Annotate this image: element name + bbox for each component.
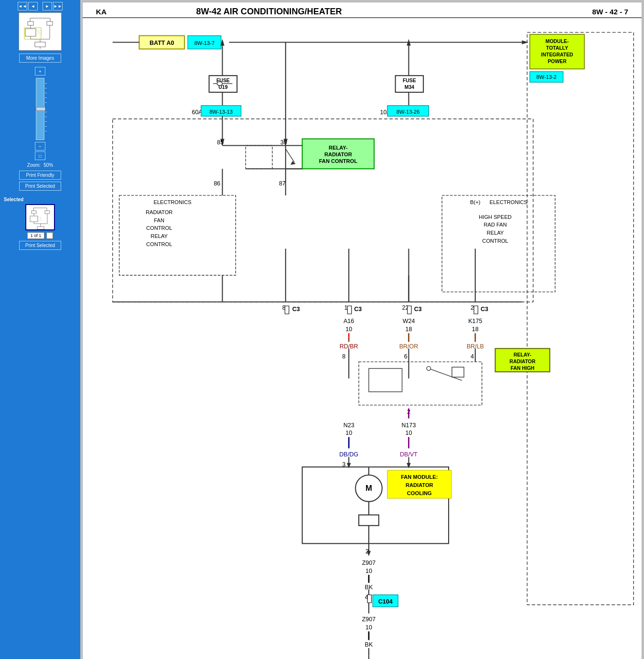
fuse-m34-label: FUSE: [403, 78, 416, 83]
zoom-track[interactable]: [36, 78, 44, 140]
svg-marker-82: [347, 306, 351, 314]
zoom-controls: +: [2, 66, 78, 168]
pin-86: 86: [214, 180, 220, 187]
color-db-dg-label: DB/DG: [339, 451, 358, 458]
more-images-button[interactable]: More Images: [19, 54, 61, 63]
color-db-vt-label: DB/VT: [400, 451, 418, 458]
small-thumbnail-svg: [27, 205, 54, 229]
wire-w24-label: W24: [403, 318, 415, 324]
conn-c3-2: C3: [354, 306, 362, 313]
wiring-diagram: KA 8W-42 AIR CONDITIONING/HEATER 8W - 42…: [83, 2, 642, 659]
zoom-label-row: Zoom: 50%: [27, 162, 53, 168]
relay-pin-4: 4: [471, 353, 474, 360]
batt-ref-label: 8W-13-7: [194, 40, 215, 46]
motor-symbol: M: [365, 484, 372, 493]
diagram-prefix: KA: [96, 8, 107, 16]
svg-rect-108: [359, 515, 379, 525]
high-speed-label3: RELAY: [487, 230, 504, 236]
print-selected-button-top[interactable]: Print Selected: [19, 182, 61, 191]
color-bk-2-label: BK: [365, 641, 373, 648]
conn-c3-3: C3: [414, 306, 422, 313]
zoom-fit-button[interactable]: □: [35, 151, 45, 160]
nav-first-button[interactable]: ◄◄: [18, 2, 27, 11]
high-speed-label4: CONTROL: [482, 238, 508, 244]
relay-pin-6: 6: [404, 353, 408, 360]
wire-n23-label: N23: [343, 422, 354, 429]
print-selected-button-bottom[interactable]: Print Selected: [19, 241, 61, 250]
nav-next-button[interactable]: ►: [43, 2, 52, 11]
relay-fan-high-label2: RADIATOR: [510, 359, 536, 364]
zoom-increase-button[interactable]: +: [35, 67, 45, 76]
relay-fan-ctrl-label3: FAN CONTROL: [319, 158, 358, 164]
zoom-text-label: Zoom:: [27, 162, 41, 168]
svg-rect-0: [21, 14, 60, 49]
pin-1-label: 1: [344, 304, 347, 311]
nav-last-button[interactable]: ►►: [53, 2, 63, 11]
top-nav: ◄◄ ◄ ► ►►: [18, 2, 63, 11]
gauge-10-5-label: 10: [365, 624, 372, 631]
page-checkbox[interactable]: [46, 232, 53, 239]
relay-fan-high-label3: FAN HIGH: [511, 366, 535, 371]
rad-fan-label5: CONTROL: [146, 241, 172, 247]
module-ref-label: 8W-13-2: [537, 74, 557, 80]
thumbnail-svg: [21, 14, 60, 49]
conn-c104-label: C104: [378, 598, 393, 605]
batt-a0-label: BATT A0: [150, 40, 174, 46]
gauge-18-2-label: 18: [472, 326, 479, 333]
zoom-handle[interactable]: [36, 107, 45, 111]
gauge-10-4-label: 10: [365, 568, 372, 574]
pin-30: 30: [280, 139, 287, 146]
rad-fan-label3: CONTROL: [146, 225, 172, 231]
pin-2-top-label: 2: [471, 304, 474, 311]
b-plus-label: B(+): [470, 199, 481, 205]
pin-87: 87: [279, 180, 286, 187]
relay-fan-ctrl-label1: RELAY-: [329, 145, 348, 151]
module-label: MODULE-: [546, 39, 569, 44]
gauge-18-1-label: 18: [406, 326, 412, 333]
wire-a16-label: A16: [343, 318, 354, 324]
fan-module-label2: RADIATOR: [406, 482, 433, 488]
diagram-page: 8W - 42 - 7: [592, 8, 628, 16]
zoom-decrease-button[interactable]: −: [35, 142, 45, 151]
module-label2: TOTALLY: [546, 45, 568, 51]
svg-marker-83: [408, 306, 411, 314]
gauge-10-1-label: 10: [345, 326, 352, 333]
svg-marker-81: [285, 306, 289, 314]
fan-module-label1: FAN MODULE:: [401, 474, 438, 480]
nav-prev-button[interactable]: ◄: [28, 2, 38, 11]
fuse-u19-ref-label: 8W-13-13: [209, 109, 233, 115]
selected-label: Selected: [4, 197, 23, 202]
high-speed-label1: HIGH SPEED: [479, 214, 512, 220]
fuse-m34-name: M34: [405, 85, 414, 90]
electronics-left-label: ELECTRONICS: [153, 199, 191, 205]
relay-fan-ctrl-label2: RADIATOR: [324, 151, 352, 157]
wire-n173-label: N173: [402, 422, 416, 429]
page-number-input[interactable]: 1 of 1: [27, 232, 44, 239]
rad-fan-label1: RADIATOR: [146, 209, 172, 215]
fuse-u19-label: FUSE: [216, 78, 230, 83]
wire-k175-label: K175: [468, 318, 482, 324]
pin-85: 85: [217, 139, 224, 146]
wire-z907-2-label: Z907: [362, 616, 376, 623]
conn-c3-4: C3: [481, 306, 488, 313]
svg-marker-84: [474, 306, 478, 314]
rad-fan-label2: FAN: [154, 217, 164, 223]
thumbnail-box: [19, 12, 62, 51]
high-speed-label2: RAD FAN: [483, 222, 506, 227]
module-label3: INTEGRATED: [541, 52, 574, 57]
print-friendly-button[interactable]: Print Friendly: [19, 171, 61, 180]
electronics-right-label: ELECTRONICS: [490, 199, 527, 205]
zoom-value: 50%: [43, 162, 53, 168]
relay-pin-8b: 8: [342, 353, 345, 360]
fuse-m34-ref-label: 8W-13-26: [397, 109, 420, 115]
left-panel: ◄◄ ◄ ► ►►: [0, 0, 80, 659]
relay-fan-high-label1: RELAY-: [514, 352, 532, 357]
small-thumbnail: [25, 204, 55, 230]
page-indicator-row: 1 of 1: [27, 232, 53, 239]
gauge-10-3-label: 10: [406, 430, 412, 436]
fan-module-label3: COOLING: [407, 490, 432, 496]
module-label4: POWER: [547, 59, 567, 64]
diagram-frame: KA 8W-42 AIR CONDITIONING/HEATER 8W - 42…: [82, 2, 642, 659]
diagram-title: 8W-42 AIR CONDITIONING/HEATER: [196, 7, 342, 16]
rad-fan-label4: RELAY: [150, 233, 168, 239]
